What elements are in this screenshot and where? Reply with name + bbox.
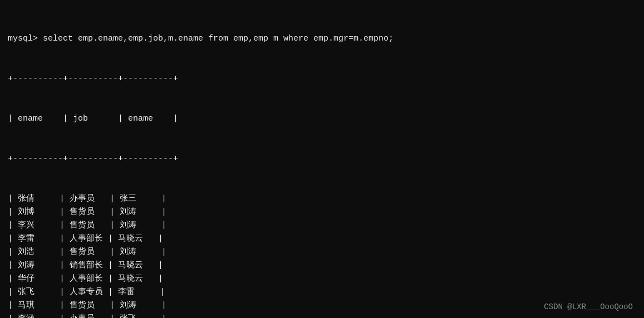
table-row: | 李兴 | 售货员 | 刘涛 | <box>8 219 636 232</box>
table-row: | 刘浩 | 售货员 | 刘涛 | <box>8 246 636 259</box>
table-row: | 李涵 | 办事员 | 张飞 | <box>8 312 636 318</box>
table-row: | 李雷 | 人事部长 | 马晓云 | <box>8 232 636 246</box>
watermark: CSDN @LXR___OooQooO <box>544 302 633 311</box>
table-row: | 刘博 | 售货员 | 刘涛 | <box>8 206 636 219</box>
sql-prompt: mysql> select emp.ename,emp.job,m.ename … <box>8 32 636 46</box>
table-row: | 马琪 | 售货员 | 刘涛 | <box>8 299 636 312</box>
table-row: | 张倩 | 办事员 | 张三 | <box>8 192 636 206</box>
header-separator: +----------+----------+----------+ <box>8 152 636 166</box>
table-row: | 华仔 | 人事部长 | 马晓云 | <box>8 272 636 286</box>
table-row: | 刘涛 | 销售部长 | 马晓云 | <box>8 259 636 272</box>
terminal-output: mysql> select emp.ename,emp.job,m.ename … <box>8 6 636 318</box>
top-separator: +----------+----------+----------+ <box>8 72 636 86</box>
table-row: | 张飞 | 人事专员 | 李雷 | <box>8 286 636 299</box>
data-rows-container: | 张倩 | 办事员 | 张三 || 刘博 | 售货员 | 刘涛 || 李兴 |… <box>8 192 636 318</box>
column-header: | ename | job | ename | <box>8 112 636 126</box>
